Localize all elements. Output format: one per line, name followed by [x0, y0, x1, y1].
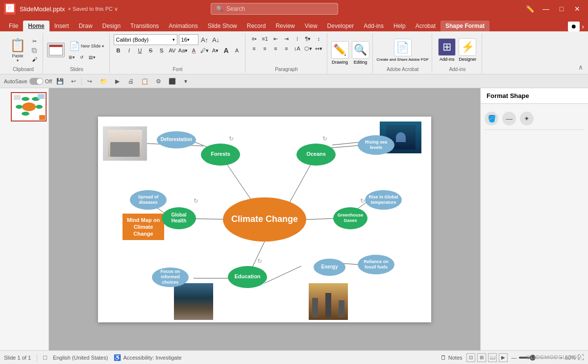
cut-btn[interactable]: ✂ — [30, 37, 39, 46]
tab-file[interactable]: File — [4, 21, 23, 31]
rotate-oceans-icon[interactable]: ↻ — [322, 135, 327, 142]
start-presentation-btn[interactable]: ▶ — [111, 75, 123, 87]
slideshow-btn[interactable]: ▶ — [499, 353, 508, 362]
node-oceans[interactable]: Oceans — [296, 144, 336, 166]
format-line-icon[interactable]: — — [502, 112, 516, 125]
node-energy[interactable]: Energy — [314, 259, 345, 276]
bold-btn[interactable]: B — [114, 46, 123, 55]
undo-btn[interactable]: ↩ — [68, 75, 79, 87]
paragraph-options[interactable]: ¶▾ — [303, 34, 313, 43]
tab-review[interactable]: Review — [270, 21, 299, 31]
numbering-btn[interactable]: ≡1 — [260, 34, 270, 43]
slide-layout-dd[interactable]: ⊞▾ — [67, 54, 77, 61]
save-btn[interactable]: 💾 — [54, 75, 66, 87]
tab-help[interactable]: Help — [389, 21, 411, 31]
bullets-btn[interactable]: ≡• — [249, 34, 259, 43]
decrease-font-btn[interactable]: A↓ — [211, 35, 221, 44]
search-input[interactable] — [226, 5, 315, 12]
zoom-out-btn[interactable]: — — [512, 355, 517, 361]
font-size-inc-btn[interactable]: A — [221, 46, 231, 55]
node-climate-change[interactable]: Climate Change — [223, 197, 306, 242]
ribbon-expand-btn[interactable]: › — [582, 23, 584, 30]
node-spread-diseases[interactable]: Spread ofdiseases — [130, 190, 167, 210]
tab-view[interactable]: View — [300, 21, 322, 31]
convert-smartart[interactable]: ↭▾ — [314, 44, 324, 53]
slide-sorter-btn[interactable]: ⊞ — [477, 353, 486, 362]
columns-btn[interactable]: ⫶ — [293, 34, 302, 43]
drawing-button[interactable]: ✏️ — [331, 41, 349, 59]
clipboard2-btn[interactable]: 📋 — [139, 75, 150, 87]
qat-dropdown[interactable]: ▾ — [180, 75, 192, 87]
underline-btn[interactable]: U — [135, 46, 145, 55]
format-effects-icon[interactable]: ✦ — [520, 112, 534, 125]
char-spacing-btn[interactable]: AV — [168, 46, 177, 55]
tab-draw[interactable]: Draw — [74, 21, 98, 31]
node-forests[interactable]: Forests — [201, 144, 240, 166]
designer-button[interactable]: ⚡ — [459, 38, 476, 56]
line-spacing-btn[interactable]: ↕ — [314, 34, 324, 43]
print-btn[interactable]: 🖨 — [125, 75, 137, 87]
align-center-btn[interactable]: ≡ — [260, 44, 270, 53]
search-box[interactable]: 🔍 — [211, 3, 338, 15]
normal-view-btn[interactable]: ⊡ — [466, 353, 475, 362]
rotate-greenhouse-icon[interactable]: ↻ — [360, 197, 365, 204]
align-left-btn[interactable]: ≡ — [249, 44, 259, 53]
notes-btn[interactable]: 🗒 Notes — [441, 354, 463, 361]
node-education[interactable]: Education — [228, 266, 267, 288]
highlight-btn[interactable]: 🖊▾ — [200, 46, 210, 55]
tab-developer[interactable]: Developer — [322, 21, 359, 31]
restore-button[interactable]: □ — [555, 2, 568, 16]
saved-label[interactable]: × Saved to this PC ∨ — [68, 6, 118, 12]
rotate-globalhealth-icon[interactable]: ↻ — [194, 197, 198, 204]
node-rise-temp[interactable]: Rise in Globaltemperature — [365, 190, 402, 210]
tab-home[interactable]: Home — [23, 21, 49, 31]
tab-design[interactable]: Design — [98, 21, 125, 31]
smart-art-btn[interactable]: ⬡▾ — [303, 44, 313, 53]
justify-btn[interactable]: ≡ — [282, 44, 292, 53]
accessibility-btn[interactable]: ♿ Accessibility: Investigate — [114, 354, 181, 361]
increase-font-btn[interactable]: A↑ — [200, 35, 210, 44]
font-size-dec-btn[interactable]: A — [232, 46, 242, 55]
autosave-toggle[interactable] — [29, 78, 43, 85]
slide-canvas[interactable]: Mind Map onClimate Change — [98, 117, 431, 322]
align-right-btn[interactable]: ≡ — [271, 44, 281, 53]
addins-button[interactable]: ⊞ — [438, 38, 456, 56]
redo-btn[interactable]: ↪ — [84, 75, 96, 87]
more-qat-btn[interactable]: ⬛ — [166, 75, 178, 87]
rotate-forests-icon[interactable]: ↻ — [229, 135, 234, 142]
change-case-btn[interactable]: Aa▾ — [178, 46, 188, 55]
paste-button[interactable]: 📋 Paste ▾ — [7, 36, 28, 64]
tab-record[interactable]: Record — [242, 21, 271, 31]
tab-animations[interactable]: Animations — [164, 21, 202, 31]
text-direction-btn[interactable]: ↕A — [293, 44, 302, 53]
strikethrough-btn[interactable]: S — [146, 46, 156, 55]
open-file-btn[interactable]: 📁 — [98, 75, 109, 87]
slide-size-btn[interactable]: □ — [43, 354, 47, 361]
tab-insert[interactable]: Insert — [49, 21, 74, 31]
adobe-create-btn[interactable]: 📄 — [394, 39, 412, 56]
record-btn[interactable]: ⏺ — [568, 22, 580, 31]
font-color-fill-btn[interactable]: A▾ — [211, 46, 220, 55]
font-color-btn[interactable]: A — [189, 46, 199, 55]
slide-section[interactable]: ▤▾ — [87, 54, 98, 61]
italic-btn[interactable]: I — [124, 46, 134, 55]
slide-1-thumbnail[interactable] — [11, 92, 47, 121]
tab-acrobat[interactable]: Acrobat — [411, 21, 441, 31]
node-reliance-fossil[interactable]: Reliance onfossil fuels — [358, 255, 394, 274]
decrease-indent-btn[interactable]: ⇤ — [271, 34, 281, 43]
node-global-health[interactable]: GlobalHealth — [162, 207, 196, 229]
increase-indent-btn[interactable]: ⇥ — [282, 34, 292, 43]
format-painter-btn[interactable]: 🖌 — [30, 55, 39, 63]
format-fill-icon[interactable]: 🪣 — [485, 112, 498, 125]
tab-addins[interactable]: Add-ins — [359, 21, 389, 31]
minimize-button[interactable]: — — [539, 2, 553, 16]
format-btn[interactable]: ⚙ — [152, 75, 164, 87]
node-deforestation[interactable]: Deforestation — [157, 131, 196, 148]
slide-layout-btn[interactable] — [47, 43, 65, 57]
copy-btn[interactable]: ⿻ — [30, 47, 39, 54]
node-focus-choices[interactable]: Focus oninformedchoices — [152, 267, 189, 287]
pen-icon[interactable]: ✏️ — [523, 2, 537, 16]
close-button[interactable]: ✕ — [570, 2, 584, 16]
tab-shape-format[interactable]: Shape Format — [441, 21, 490, 31]
tab-transitions[interactable]: Transitions — [125, 21, 164, 31]
